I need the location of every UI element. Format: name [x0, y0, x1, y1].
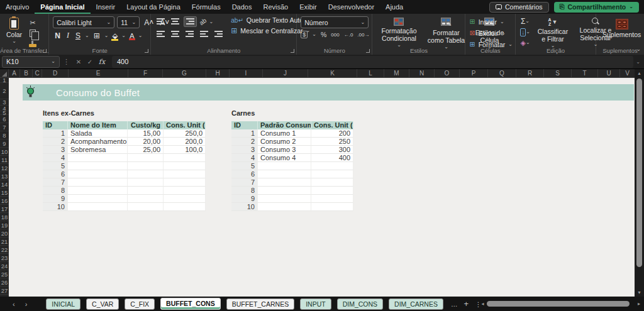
cell[interactable]	[258, 203, 311, 211]
column-header-T[interactable]: T	[572, 69, 598, 77]
clear-button[interactable]: ◈⌄	[519, 38, 531, 47]
cell[interactable]	[128, 187, 164, 195]
cell[interactable]: 100,0	[164, 146, 206, 154]
cell[interactable]	[164, 187, 206, 195]
column-header-E[interactable]: E	[69, 69, 128, 77]
sort-filter-button[interactable]: AZ▼ Classificar e Filtrar ⌄	[533, 16, 572, 49]
cell[interactable]: 250,0	[164, 129, 206, 138]
header-cell[interactable]: Cons. Unit (g)	[311, 121, 353, 129]
row-header-15[interactable]: 15	[0, 188, 9, 197]
row-header-22[interactable]: 22	[0, 246, 9, 254]
dialog-launcher-icon[interactable]	[145, 49, 148, 53]
decrease-indent-button[interactable]	[198, 30, 210, 39]
percent-style-button[interactable]: %	[321, 31, 326, 38]
cell[interactable]	[68, 187, 128, 195]
row-header-25[interactable]: 25	[0, 270, 9, 278]
cell[interactable]: 10	[231, 203, 258, 211]
sheet-tab-dim_carnes[interactable]: DIM_CARNES	[389, 298, 443, 310]
cell[interactable]: 6	[43, 170, 68, 178]
row-header-2[interactable]: 2	[0, 83, 9, 99]
sheet-tab-c_var[interactable]: C_VAR	[86, 298, 119, 310]
align-center-button[interactable]	[169, 30, 181, 39]
cell[interactable]: 4	[231, 154, 258, 162]
sheet-nav-right-icon[interactable]: ›	[20, 300, 33, 308]
cell[interactable]	[68, 154, 128, 162]
cell[interactable]: Salada	[68, 129, 128, 138]
column-header-S[interactable]: S	[544, 69, 572, 77]
cell[interactable]	[258, 195, 311, 203]
menu-inserir[interactable]: Inserir	[91, 0, 121, 14]
cell[interactable]	[128, 162, 164, 170]
row-header-11[interactable]: 11	[0, 156, 9, 164]
tab-options-icon[interactable]: ⋮	[475, 300, 482, 308]
cell[interactable]: 3	[43, 146, 68, 154]
name-box[interactable]: K10 ⌄	[2, 56, 60, 68]
column-header-O[interactable]: O	[435, 69, 460, 77]
underline-button[interactable]: S	[74, 31, 82, 40]
sheet-tab-input[interactable]: INPUT	[300, 298, 331, 310]
column-header-J[interactable]: J	[263, 69, 308, 77]
row-header-23[interactable]: 23	[0, 254, 9, 262]
cell[interactable]: Consumo 1	[258, 129, 311, 138]
number-format-combo[interactable]: Número ⌄	[301, 16, 369, 28]
decrease-decimal-button[interactable]: .00→	[357, 32, 369, 38]
cell[interactable]: Acompanhamento	[68, 138, 128, 146]
cell[interactable]: Consumo 2	[258, 138, 311, 146]
font-color-button[interactable]: A	[128, 32, 136, 40]
cell[interactable]: 3	[231, 146, 258, 154]
format-as-table-button[interactable]: ✎ Formatar como Tabela ⌄	[424, 16, 468, 50]
column-header-L[interactable]: L	[357, 69, 384, 77]
sheet-content[interactable]: Consumo do Buffet Itens ex-Carnes IDNome…	[9, 78, 635, 297]
menu-dados[interactable]: Dados	[226, 0, 258, 14]
scroll-right-icon[interactable]: ▸	[638, 301, 640, 307]
cell[interactable]	[311, 203, 353, 211]
cell[interactable]: Consumo 4	[258, 154, 311, 162]
borders-button[interactable]: ⊞	[92, 31, 102, 40]
sheet-tab-c_fix[interactable]: C_FIX	[125, 298, 155, 310]
align-left-button[interactable]	[155, 30, 167, 39]
cell[interactable]: 2	[231, 138, 258, 146]
column-header-H[interactable]: H	[206, 69, 230, 77]
menu-fórmulas[interactable]: Fórmulas	[186, 0, 226, 14]
row-header-17[interactable]: 17	[0, 205, 9, 213]
cell[interactable]: 5	[231, 162, 258, 170]
cell[interactable]	[68, 178, 128, 187]
row-header-12[interactable]: 12	[0, 164, 9, 172]
row-header-19[interactable]: 19	[0, 221, 9, 229]
bold-button[interactable]: N	[53, 31, 62, 40]
cell[interactable]	[164, 154, 206, 162]
italic-button[interactable]: I	[65, 31, 71, 40]
fill-color-button[interactable]: ⬙	[111, 31, 119, 40]
column-header-U[interactable]: U	[598, 69, 620, 77]
column-header-G[interactable]: G	[163, 69, 206, 77]
column-header-K[interactable]: K	[308, 69, 357, 77]
row-header-14[interactable]: 14	[0, 180, 9, 188]
row-header-20[interactable]: 20	[0, 229, 9, 237]
row-header-26[interactable]: 26	[0, 278, 9, 286]
cell[interactable]	[164, 162, 206, 170]
header-cell[interactable]: Custo/kg	[128, 121, 164, 129]
cell[interactable]	[128, 178, 164, 187]
column-header-M[interactable]: M	[384, 69, 409, 77]
cell[interactable]: 9	[231, 195, 258, 203]
cell[interactable]: 4	[43, 154, 68, 162]
cell[interactable]	[164, 195, 206, 203]
scroll-up-icon[interactable]: ▲	[637, 69, 641, 77]
row-header-1[interactable]: 1	[0, 78, 9, 83]
cell[interactable]	[311, 162, 353, 170]
column-header-F[interactable]: F	[128, 69, 163, 77]
cell[interactable]	[258, 187, 311, 195]
font-size-combo[interactable]: 11 ⌄	[117, 16, 140, 28]
cell[interactable]: 200,0	[164, 138, 206, 146]
cell[interactable]	[68, 203, 128, 211]
header-cell[interactable]: Nome do Item	[68, 121, 128, 129]
addins-button[interactable]: Suplementos	[600, 18, 643, 40]
vertical-scroll-thumb[interactable]	[636, 79, 642, 267]
cell[interactable]: 200	[311, 129, 353, 138]
header-cell[interactable]: ID	[43, 121, 68, 129]
insert-function-icon[interactable]: fx	[96, 58, 108, 66]
cell[interactable]: 10	[43, 203, 68, 211]
row-header-21[interactable]: 21	[0, 237, 9, 246]
menu-desenvolvedor[interactable]: Desenvolvedor	[323, 0, 380, 14]
column-header-I[interactable]: I	[230, 69, 263, 77]
